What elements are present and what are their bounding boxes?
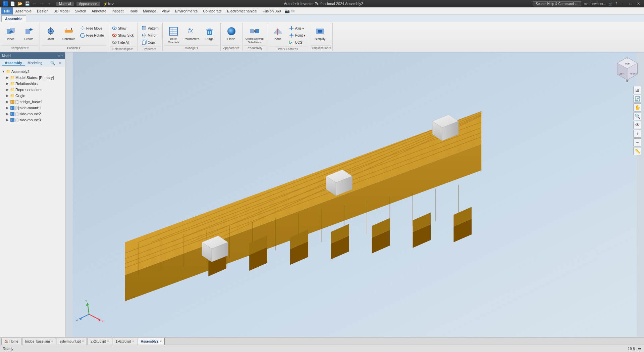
search-panel-btn[interactable]: 🔍 [50,60,56,66]
camera-icon[interactable]: 📷 [285,9,290,13]
menu-inspect[interactable]: Inspect [109,7,126,14]
simplify-button[interactable]: Simplify [311,24,329,44]
free-rotate-button[interactable]: Free Rotate [78,32,106,39]
menu-tools[interactable]: Tools [126,7,141,14]
add-tab-btn[interactable]: + [61,54,63,58]
zoom-out-btn[interactable]: − [633,138,641,146]
assembly-tab[interactable]: Assembly [2,60,25,66]
search-help-input[interactable]: Search Help & Commands... [533,1,581,6]
restore-btn[interactable]: □ [628,1,633,6]
tree-side-mount-1[interactable]: ▶ p [•]:side-mount:1 [0,105,65,111]
doc-tab-assembly2[interactable]: Assembly2 × [138,338,165,345]
expander-bridgebase1[interactable]: ▶ [5,100,9,104]
create-button[interactable]: Create [20,24,38,44]
copy-button[interactable]: Copy [140,39,160,46]
close-btn[interactable]: ✕ [636,1,641,6]
purge-button[interactable]: Purge [201,24,218,44]
menu-sketch[interactable]: Sketch [72,7,89,14]
tree-assembly2[interactable]: ▼ 📁 Assembly2 [0,69,65,75]
cart-icon[interactable]: 🛒 [608,2,612,6]
orbit-btn[interactable]: 🔄 [633,95,641,103]
statusbar-menu-btn[interactable]: ☰ [638,346,641,351]
place-button[interactable]: Place [2,24,19,44]
close-bridgebase-btn[interactable]: × [51,340,53,343]
menu-environments[interactable]: Environments [172,7,200,14]
free-move-button[interactable]: Free Move [78,25,106,32]
subpanel-close-btn[interactable]: × [58,54,60,58]
ribbon-tab-assemble[interactable]: Assemble [1,15,26,22]
hide-all-button[interactable]: Hide All [110,39,136,46]
tree-side-mount-3[interactable]: ▶ p [:]:side-mount:3 [0,117,65,123]
qa-undo[interactable]: ↩ [32,1,38,7]
plane-button[interactable]: Plane [269,24,286,44]
menu-collaborate[interactable]: Collaborate [200,7,224,14]
create-derived-substitutes-button[interactable]: Create DerivedSubstitutes [245,24,265,45]
tree-side-mount-2[interactable]: ▶ p [:]:side-mount:2 [0,111,65,117]
qa-redo[interactable]: ↪ [39,1,45,7]
help-icon[interactable]: ? [615,2,617,6]
workspace-dropdown[interactable]: Material [56,2,74,6]
expander-representations[interactable]: ▶ [5,88,9,92]
bom-button[interactable]: Bill ofMaterials [165,24,182,45]
menu-assemble[interactable]: Assemble [13,7,34,14]
qa-save[interactable]: 💾 [24,1,30,7]
menu-panel-btn[interactable]: ≡ [57,60,63,66]
expander-sidemount2[interactable]: ▶ [5,112,9,116]
viewport[interactable]: X Y Z TOP [65,52,644,337]
qa-more[interactable]: ▼ [46,1,52,7]
menu-annotate[interactable]: Annotate [89,7,109,14]
pattern-button[interactable]: Pattern [140,25,160,32]
constrain-button[interactable]: Constrain [60,24,77,44]
menu-3dmodel[interactable]: 3D Model [51,7,72,14]
menu-file[interactable]: File [1,7,13,14]
menu-manage[interactable]: Manage [140,7,159,14]
menu-view[interactable]: View [159,7,172,14]
minimize-btn[interactable]: ─ [620,1,625,6]
tree-representations[interactable]: ▶ 📁 Representations [0,87,65,93]
modeling-tab[interactable]: Modeling [25,60,45,66]
expander-sidemount3[interactable]: ▶ [5,118,9,122]
measure-btn[interactable]: 📏 [633,147,641,155]
parameters-button[interactable]: fx Parameters [183,24,200,44]
zoom-btn[interactable]: 🔍 [633,112,641,120]
show-sick-button[interactable]: Show Sick [110,32,136,39]
axis-button[interactable]: Axis ▾ [287,25,307,32]
expander-assembly2[interactable]: ▼ [1,70,5,74]
zoom-fit-btn[interactable]: ⊞ [633,86,641,94]
doc-tab-2x2x36[interactable]: 2x2x36.ipt × [88,338,112,345]
expander-origin[interactable]: ▶ [5,94,9,98]
ucs-button[interactable]: UCS [287,39,307,46]
finish-button[interactable]: Finish [223,24,240,44]
joint-button[interactable]: Joint [42,24,59,44]
close-assembly2-btn[interactable]: × [160,340,162,343]
tree-relationships[interactable]: ▶ 📁 Relationships [0,81,65,87]
look-at-btn[interactable]: 👁 [633,121,641,129]
close-sidemount-btn[interactable]: × [82,340,84,343]
doc-tab-home[interactable]: 🏠 Home [1,338,21,345]
expander-model-states[interactable]: ▶ [5,76,9,80]
doc-tab-bridge-base[interactable]: bridge_base.iam × [22,338,56,345]
close-2x2x36-btn[interactable]: × [107,340,109,343]
pan-btn[interactable]: ✋ [633,103,641,112]
qa-open[interactable]: 📂 [17,1,23,7]
menu-electromechanical[interactable]: Electromechanical [224,7,260,14]
qa-new[interactable]: 📄 [9,1,15,7]
tree-origin[interactable]: ▶ 📁 Origin [0,93,65,99]
mirror-button[interactable]: Mirror [140,32,160,39]
doc-tab-1x6x60[interactable]: 1x6x60.ipt × [113,338,137,345]
expander-sidemount1[interactable]: ▶ [5,106,9,110]
appearance-dropdown[interactable]: Appearance [76,2,100,6]
point-button[interactable]: Point ▾ [287,32,307,39]
simplify-label: Simplify [315,37,326,41]
menu-design[interactable]: Design [34,7,51,14]
doc-tab-side-mount[interactable]: side-mount.ipt × [57,338,87,345]
close-1x6x60-btn[interactable]: × [132,340,134,343]
tree-model-states[interactable]: ▶ 📁 Model States: [Primary] [0,75,65,81]
tree-bridge-base-1[interactable]: ▶ a [:]:bridge_base:1 [0,99,65,105]
expander-relationships[interactable]: ▶ [5,82,9,86]
settings-icon[interactable]: ⚙ [291,9,295,13]
menu-fusion360[interactable]: Fusion 360 [260,7,283,14]
zoom-in-btn[interactable]: + [633,130,641,138]
viewcube[interactable]: TOP LEFT FRONT N [614,56,641,83]
show-button[interactable]: Show [110,25,136,32]
